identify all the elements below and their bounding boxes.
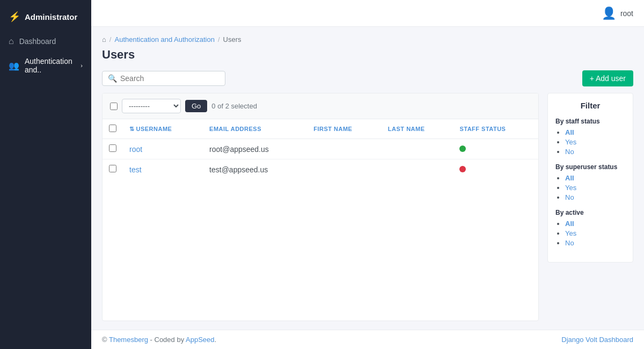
last-name-col-header: LAST NAME [382, 119, 453, 139]
row-checkbox[interactable] [109, 144, 116, 152]
search-icon: 🔍 [108, 74, 117, 83]
filter-option-link[interactable]: No [565, 148, 574, 156]
topbar-username: root [620, 9, 633, 18]
header-checkbox[interactable] [109, 125, 116, 132]
filter-section-active: By active All Yes No [555, 209, 625, 247]
username-link[interactable]: root [129, 145, 142, 154]
filter-option[interactable]: No [565, 239, 625, 247]
status-dot [459, 166, 466, 172]
table-row: test test@appseed.us [103, 159, 538, 180]
filter-option-link[interactable]: Yes [565, 138, 576, 146]
filter-option[interactable]: All [565, 174, 625, 182]
search-box: 🔍 [102, 71, 225, 86]
appseed-link[interactable]: AppSeed [186, 336, 215, 344]
home-breadcrumb-icon[interactable]: ⌂ [102, 35, 106, 43]
main-area: 👤 root ⌂ / Authentication and Authorizat… [91, 0, 644, 349]
go-button[interactable]: Go [185, 100, 207, 112]
filter-option[interactable]: All [565, 220, 625, 228]
filter-option-list: All Yes No [555, 174, 625, 201]
row-email: root@appseed.us [203, 139, 307, 159]
breadcrumb-users: Users [223, 35, 241, 43]
filter-option-link[interactable]: All [565, 174, 574, 182]
status-dot [459, 146, 466, 152]
filter-option-link[interactable]: Yes [565, 229, 576, 237]
sort-username[interactable]: ⇅ USERNAME [129, 126, 172, 133]
themesberg-link[interactable]: Themesberg [109, 336, 148, 344]
username-link[interactable]: test [129, 165, 142, 174]
sidebar-item-dashboard[interactable]: ⌂ Dashboard [0, 31, 91, 52]
users-table: ⇅ USERNAME EMAIL ADDRESS FIRST NAME LAST… [103, 119, 538, 179]
add-user-button[interactable]: + Add user [582, 70, 633, 86]
sidebar-item-label: Authentication and.. [25, 57, 75, 74]
filter-section-title: By active [555, 209, 625, 216]
topbar: 👤 root [91, 0, 644, 27]
row-checkbox-cell [103, 139, 123, 159]
filter-option[interactable]: Yes [565, 138, 625, 146]
filter-option[interactable]: Yes [565, 229, 625, 237]
row-checkbox[interactable] [109, 165, 116, 172]
chevron-right-icon: › [80, 62, 83, 69]
filter-option-link[interactable]: All [565, 220, 574, 228]
breadcrumb-auth-link[interactable]: Authentication and Authorization [114, 35, 214, 43]
topbar-user[interactable]: 👤 root [602, 6, 633, 20]
filter-option-list: All Yes No [555, 220, 625, 247]
select-all-checkbox[interactable] [110, 103, 118, 110]
first-name-col-header: FIRST NAME [307, 119, 382, 139]
filter-option[interactable]: No [565, 193, 625, 201]
home-icon: ⌂ [9, 37, 14, 46]
filter-section-superuser_status: By superuser status All Yes No [555, 163, 625, 201]
filter-section-title: By superuser status [555, 163, 625, 171]
table-row: root root@appseed.us [103, 139, 538, 159]
filter-title: Filter [555, 101, 625, 110]
filter-option[interactable]: No [565, 148, 625, 156]
filter-option-link[interactable]: All [565, 128, 574, 136]
page-title: Users [102, 48, 633, 62]
toolbar-row: 🔍 + Add user [102, 70, 633, 86]
email-col-header: EMAIL ADDRESS [203, 119, 307, 139]
staff-status-col-header: STAFF STATUS [453, 119, 538, 139]
row-checkbox-cell [103, 159, 123, 180]
filter-section-staff_status: By staff status All Yes No [555, 118, 625, 156]
action-row: --------- Go 0 of 2 selected [103, 93, 538, 119]
row-first-name [307, 159, 382, 180]
filter-option-list: All Yes No [555, 128, 625, 156]
sidebar-brand-label: Administrator [25, 12, 77, 21]
panel-area: --------- Go 0 of 2 selected [102, 93, 633, 321]
content-area: ⌂ / Authentication and Authorization / U… [91, 27, 644, 330]
filter-option-link[interactable]: Yes [565, 184, 576, 192]
user-avatar-icon: 👤 [602, 6, 616, 20]
row-last-name [382, 139, 453, 159]
filter-option-link[interactable]: No [565, 193, 574, 201]
bolt-icon: ⚡ [9, 11, 20, 23]
row-email: test@appseed.us [203, 159, 307, 180]
row-staff-status [453, 139, 538, 159]
row-staff-status [453, 159, 538, 180]
bulk-action-select[interactable]: --------- [122, 99, 181, 113]
footer-left: © Themesberg - Coded by AppSeed. [102, 336, 216, 344]
row-username: test [123, 159, 203, 180]
filter-option-link[interactable]: No [565, 239, 574, 247]
filter-section-title: By staff status [555, 118, 625, 125]
dashboard-link[interactable]: Django Volt Dashboard [561, 336, 633, 344]
users-icon: 👥 [9, 61, 19, 71]
sidebar-item-label: Dashboard [19, 37, 56, 46]
selected-count: 0 of 2 selected [211, 102, 257, 110]
checkbox-col-header [103, 119, 123, 139]
breadcrumb: ⌂ / Authentication and Authorization / U… [102, 35, 633, 43]
row-username: root [123, 139, 203, 159]
row-last-name [382, 159, 453, 180]
sidebar: ⚡ Administrator ⌂ Dashboard 👥 Authentica… [0, 0, 91, 349]
table-panel: --------- Go 0 of 2 selected [102, 93, 539, 321]
row-first-name [307, 139, 382, 159]
search-input[interactable] [120, 74, 219, 83]
sidebar-brand: ⚡ Administrator [0, 5, 91, 31]
filter-panel: Filter By staff status All Yes No By sup… [547, 93, 633, 263]
footer: © Themesberg - Coded by AppSeed. Django … [91, 330, 644, 349]
sidebar-item-auth[interactable]: 👥 Authentication and.. › [0, 52, 91, 79]
filter-option[interactable]: All [565, 128, 625, 136]
username-col-header[interactable]: ⇅ USERNAME [123, 119, 203, 139]
filter-option[interactable]: Yes [565, 184, 625, 192]
